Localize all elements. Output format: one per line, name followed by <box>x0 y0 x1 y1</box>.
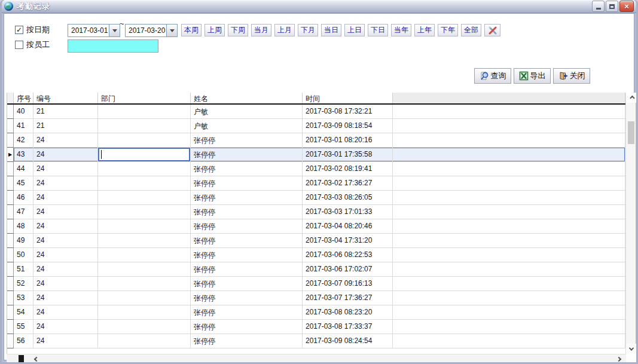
quick-range-button-12[interactable]: 全部 <box>461 24 481 36</box>
table-row[interactable]: 4624张停停2017-03-03 08:26:05 <box>7 191 625 205</box>
quick-range-button-9[interactable]: 当年 <box>391 24 411 36</box>
quick-range-button-2[interactable]: 下周 <box>228 24 248 36</box>
cell-filler <box>393 105 625 119</box>
date-from-combobox[interactable]: 2017-03-01 <box>68 24 120 37</box>
maximize-button[interactable] <box>606 1 618 12</box>
cell-name: 张停停 <box>191 334 303 348</box>
table-row[interactable]: 5024张停停2017-03-06 08:22:53 <box>7 248 625 262</box>
scroll-right-button[interactable] <box>614 354 624 364</box>
table-row[interactable]: 5624张停停2017-03-09 08:24:54 <box>7 334 625 348</box>
column-header-0[interactable]: 序号 <box>14 93 33 103</box>
cell-id: 24 <box>33 291 98 305</box>
table-row[interactable]: 5124张停停2017-03-06 17:02:07 <box>7 262 625 277</box>
quick-range-button-4[interactable]: 上月 <box>274 24 295 36</box>
table-row[interactable]: 4424张停停2017-03-02 08:19:41 <box>7 162 625 176</box>
column-header-2[interactable]: 部门 <box>98 93 191 103</box>
table-row[interactable]: 5224张停停2017-03-07 09:16:13 <box>7 277 625 291</box>
row-indicator <box>7 305 14 320</box>
quick-range-button-7[interactable]: 上日 <box>344 24 365 36</box>
horizontal-scrollbar[interactable] <box>7 354 626 363</box>
table-row[interactable]: 4121户敏2017-03-09 08:18:54 <box>7 119 625 133</box>
table-row[interactable]: 4021户敏2017-03-08 17:32:21 <box>7 105 625 119</box>
cell-id: 24 <box>33 320 98 334</box>
cell-time: 2017-03-04 17:31:20 <box>303 234 393 248</box>
cell-dept <box>98 277 191 291</box>
vertical-scrollbar-thumb[interactable] <box>628 121 634 144</box>
quick-range-button-5[interactable]: 下月 <box>298 24 318 36</box>
cell-name: 张停停 <box>191 277 303 291</box>
horizontal-scrollbar-thumb[interactable] <box>19 355 24 363</box>
cell-seq: 47 <box>14 205 33 219</box>
cell-filler <box>393 291 625 305</box>
titlebar[interactable]: 考勤记录 × <box>2 0 636 13</box>
attendance-grid: 序号编号部门姓名时间 4021户敏2017-03-08 17:32:214121… <box>7 93 636 354</box>
quick-range-button-10[interactable]: 上年 <box>414 24 435 36</box>
query-button[interactable]: 查询 <box>474 68 511 84</box>
date-to-combobox[interactable]: 2017-03-20 <box>125 24 178 37</box>
close-window-button[interactable]: 关闭 <box>553 68 590 84</box>
cell-seq: 50 <box>14 248 33 262</box>
scroll-left-button[interactable] <box>32 354 41 364</box>
cell-id: 24 <box>33 262 98 277</box>
quick-range-bar: 本周上周下周当月上月下月当日上日下日当年上年下年全部 <box>181 24 500 36</box>
by-employee-checkbox[interactable] <box>15 41 23 49</box>
grid-body: 4021户敏2017-03-08 17:32:214121户敏2017-03-0… <box>7 105 625 348</box>
cell-seq: 42 <box>14 133 33 148</box>
cell-dept <box>98 119 191 133</box>
cell-dept <box>98 176 191 191</box>
table-row[interactable]: 5424张停停2017-03-08 08:23:20 <box>7 305 625 320</box>
cell-time: 2017-03-02 17:36:27 <box>303 176 393 191</box>
scroll-up-button[interactable] <box>626 93 636 103</box>
cell-time: 2017-03-06 17:02:07 <box>303 262 393 277</box>
export-button[interactable]: 导出 <box>514 68 551 84</box>
table-row[interactable]: 4524张停停2017-03-02 17:36:27 <box>7 176 625 191</box>
cell-dept <box>98 191 191 205</box>
cell-name: 张停停 <box>191 162 303 176</box>
row-indicator <box>7 105 14 119</box>
excel-icon <box>519 71 529 81</box>
column-header-1[interactable]: 编号 <box>33 93 98 103</box>
table-row[interactable]: 5324张停停2017-03-07 17:36:27 <box>7 291 625 305</box>
quick-range-button-8[interactable]: 下日 <box>368 24 388 36</box>
quick-range-button-1[interactable]: 上周 <box>204 24 225 36</box>
quick-range-button-6[interactable]: 当日 <box>321 24 341 36</box>
tools-button[interactable] <box>484 24 500 36</box>
table-row[interactable]: 4924张停停2017-03-04 17:31:20 <box>7 234 625 248</box>
dept-edit-cell[interactable] <box>98 148 191 162</box>
cell-id: 24 <box>33 148 98 162</box>
text-caret <box>101 150 102 159</box>
table-row[interactable]: 4724张停停2017-03-03 17:01:33 <box>7 205 625 219</box>
cell-seq: 52 <box>14 277 33 291</box>
close-window-button-label: 关闭 <box>570 71 585 81</box>
cell-filler <box>393 148 625 162</box>
minimize-button[interactable] <box>592 1 605 12</box>
quick-range-button-3[interactable]: 当月 <box>251 24 271 36</box>
exit-door-icon <box>558 71 568 81</box>
chevron-down-icon <box>112 29 117 32</box>
employee-input[interactable] <box>68 39 158 53</box>
column-header-3[interactable]: 姓名 <box>191 93 303 103</box>
close-icon: × <box>624 2 629 10</box>
table-row[interactable]: 5524张停停2017-03-08 17:33:37 <box>7 320 625 334</box>
app-globe-icon <box>4 2 13 11</box>
date-from-dropdown-button[interactable] <box>109 25 120 36</box>
close-button[interactable]: × <box>619 1 634 12</box>
date-to-dropdown-button[interactable] <box>166 25 177 36</box>
table-row[interactable]: 4824张停停2017-03-04 08:20:46 <box>7 219 625 234</box>
cell-time: 2017-03-01 17:35:58 <box>303 148 393 162</box>
quick-range-button-11[interactable]: 下年 <box>438 24 458 36</box>
column-header-4[interactable]: 时间 <box>303 93 393 103</box>
cell-filler <box>393 320 625 334</box>
cell-time: 2017-03-09 08:18:54 <box>303 119 393 133</box>
table-row[interactable]: ▶4324张停停2017-03-01 17:35:58 <box>7 148 625 162</box>
cell-filler <box>393 262 625 277</box>
vertical-scrollbar[interactable] <box>625 93 636 354</box>
cell-name: 张停停 <box>191 320 303 334</box>
cell-seq: 43 <box>14 148 33 162</box>
quick-range-button-0[interactable]: 本周 <box>181 24 202 36</box>
cell-id: 24 <box>33 205 98 219</box>
by-date-checkbox[interactable]: ✓ <box>15 26 23 34</box>
scroll-down-button[interactable] <box>626 344 636 354</box>
cell-time: 2017-03-09 08:24:54 <box>303 334 393 348</box>
table-row[interactable]: 4224张停停2017-03-01 08:20:16 <box>7 133 625 148</box>
